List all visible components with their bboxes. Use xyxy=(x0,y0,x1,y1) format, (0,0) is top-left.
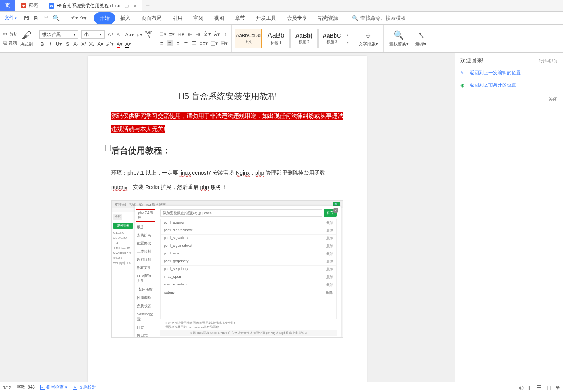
shrink-font-icon[interactable]: A⁻ xyxy=(117,32,123,38)
tab-view[interactable]: 视图 xyxy=(209,12,230,24)
highlight-icon[interactable]: 🖊▾ xyxy=(106,41,114,47)
align-justify-icon[interactable]: ≣ xyxy=(184,40,189,46)
find-replace-button[interactable]: 🔍查找替换▾ xyxy=(387,30,411,47)
text-effect-icon[interactable]: A▾ xyxy=(97,41,103,47)
italic-icon[interactable]: I xyxy=(48,41,53,47)
style-h1[interactable]: AaBb标题 1 xyxy=(263,29,290,48)
cut-button[interactable]: ✂剪切 xyxy=(3,31,18,37)
print-icon[interactable]: 🖶 xyxy=(43,15,49,22)
superscript-icon[interactable]: X² xyxy=(81,41,86,47)
tab-insert[interactable]: 插入 xyxy=(115,12,136,24)
style-normal[interactable]: AaBbCcDd正文 xyxy=(235,29,262,48)
format-painter-button[interactable]: 🖌格式刷 xyxy=(20,30,33,47)
sort-icon[interactable]: ↕ xyxy=(223,31,228,37)
text-direction-icon[interactable]: 文▾ xyxy=(203,31,211,38)
return-last-edit[interactable]: ✎ 返回到上一次编辑的位置 xyxy=(460,70,558,76)
distributed-icon[interactable]: ☰ xyxy=(192,40,197,46)
select-button[interactable]: ↖选择▾ xyxy=(413,30,429,47)
copy-icon: ⧉ xyxy=(3,40,7,46)
scissors-icon: ✂ xyxy=(3,31,8,37)
modal-sidebar: php-7.1管理 服务 安装扩展 配置修改 上传限制 超时限制 配置文件 FP… xyxy=(135,206,156,337)
shot-modal: ✕ php-7.1管理 服务 安装扩展 配置修改 上传限制 超时限制 配置文件 … xyxy=(135,206,341,337)
copy-button[interactable]: ⧉复制 xyxy=(3,40,18,46)
welcome-time: 2分钟以前 xyxy=(538,58,558,64)
align-left-icon[interactable]: ≡ xyxy=(159,40,165,46)
outline-view-icon[interactable]: ☰ xyxy=(536,384,541,390)
align-right-icon[interactable]: ≡ xyxy=(175,40,181,46)
line-spacing-icon[interactable]: ‡≡▾ xyxy=(200,40,208,46)
web-view-icon[interactable]: ⊕ xyxy=(555,384,560,390)
env-paragraph: 环境：php7.1 以上，一定要 linux cenost7 安装宝塔 Ngin… xyxy=(111,166,343,194)
font-name-select[interactable]: 微软雅黑▾ xyxy=(39,30,78,39)
command-search[interactable]: 🔍 xyxy=(352,15,422,21)
subscript-icon[interactable]: X₂ xyxy=(89,41,94,47)
return-last-left[interactable]: ◉ 返回到之前离开的位置 xyxy=(460,82,558,88)
read-view-icon[interactable]: ▯▯ xyxy=(545,384,551,390)
font-color-icon[interactable]: A▾ xyxy=(117,41,123,47)
typeset-button[interactable]: ⟐文字排版▾ xyxy=(356,30,380,47)
multilevel-icon[interactable]: ⊟▾ xyxy=(177,31,184,37)
bullets-icon[interactable]: ☰▾ xyxy=(159,31,166,37)
home-tab[interactable]: 页 xyxy=(0,0,15,11)
eye-mode-icon[interactable]: ◎ xyxy=(519,384,524,390)
clear-format-icon[interactable]: ℯ▾ xyxy=(137,32,142,38)
redo-icon[interactable]: ↷▾ xyxy=(80,15,87,21)
numbering-icon[interactable]: ≡▾ xyxy=(169,31,175,37)
tab-start[interactable]: 开始 xyxy=(94,12,115,24)
page-view-icon[interactable]: ▥ xyxy=(527,384,532,390)
document-canvas[interactable]: ▾ H5 盲盒系统安装使用教程 源码仅供研究学习交流使用，请勿用于非法违法违规用… xyxy=(0,53,455,382)
preview-icon[interactable]: 🔍 xyxy=(53,15,60,22)
file-menu[interactable]: 文件▾ xyxy=(2,13,19,23)
fill-icon[interactable]: ◫▾ xyxy=(211,40,218,46)
tab-dev[interactable]: 开发工具 xyxy=(251,12,282,24)
section-heading: 后台使用教程： xyxy=(111,145,343,156)
align-center-icon[interactable]: ≡ xyxy=(167,40,173,46)
style-h2[interactable]: AaBb(标题 2 xyxy=(290,29,318,48)
add-fn-input xyxy=(160,209,322,217)
proofread-toggle[interactable]: ✕文档校对 xyxy=(73,384,96,390)
word-count[interactable]: 字数: 843 xyxy=(17,384,34,390)
tab-member[interactable]: 会员专享 xyxy=(282,12,312,24)
daoqiao-tab[interactable]: ◆ 稻壳 xyxy=(15,0,43,11)
underline-icon[interactable]: U▾ xyxy=(56,41,62,47)
emphasis-icon[interactable]: A· xyxy=(73,41,78,47)
phonetic-icon[interactable]: wénA xyxy=(145,30,152,39)
decrease-indent-icon[interactable]: ⇤ xyxy=(187,31,192,37)
search-input[interactable] xyxy=(360,15,422,21)
save-as-icon[interactable]: 🗎 xyxy=(33,15,39,22)
tab-layout[interactable]: 页面布局 xyxy=(136,12,167,24)
shading-icon[interactable]: A▾ xyxy=(125,41,132,47)
style-h3[interactable]: AaBbC标题 3 xyxy=(318,29,345,48)
grow-font-icon[interactable]: A⁺ xyxy=(108,32,114,38)
doc-title: H5 盲盒系统安装使用教程 xyxy=(111,91,343,102)
tab-chapter[interactable]: 章节 xyxy=(230,12,251,24)
search-icon: 🔍 xyxy=(352,15,358,21)
tab-ref[interactable]: 引用 xyxy=(167,12,188,24)
strike-icon[interactable]: S xyxy=(65,41,70,47)
page-indicator[interactable]: 1/12 xyxy=(3,385,11,390)
tab-detach-icon[interactable]: ▢ xyxy=(125,3,129,9)
styles-up-icon[interactable]: ▴ xyxy=(347,33,349,37)
align-toggle-icon[interactable]: Å▾ xyxy=(214,31,220,37)
document-tab[interactable]: W H5盲盒系统安装使用教程.docx ▢ ✕ xyxy=(43,0,142,11)
new-tab-button[interactable]: + xyxy=(142,0,154,11)
quick-access: 🖫 🗎 🖶 🔍 xyxy=(20,15,64,22)
save-icon[interactable]: 🖫 xyxy=(24,15,29,22)
border-icon[interactable]: ⊞▾ xyxy=(221,40,228,46)
font-size-select[interactable]: 小二▾ xyxy=(81,30,105,39)
ribbon-tabs: 开始 插入 页面布局 引用 审阅 视图 章节 开发工具 会员专享 稻壳资源 xyxy=(94,12,343,24)
pane-close[interactable]: 关闭 xyxy=(460,96,558,103)
modal-main: 保存 pcntl_strerror删除 pcntl_sigprocmask删除 … xyxy=(156,206,341,337)
tab-review[interactable]: 审阅 xyxy=(188,12,209,24)
change-case-icon[interactable]: Aa▾ xyxy=(125,32,134,38)
page: ▾ H5 盲盒系统安装使用教程 源码仅供研究学习交流使用，请勿用于非法违法违规用… xyxy=(88,56,367,382)
bold-icon[interactable]: B xyxy=(39,41,45,47)
tab-daoqiao-res[interactable]: 稻壳资源 xyxy=(312,12,343,24)
styles-down-icon[interactable]: ▾ xyxy=(347,41,349,45)
undo-icon[interactable]: ↶▾ xyxy=(71,15,78,21)
tab-close-icon[interactable]: ✕ xyxy=(133,3,137,9)
section-marker[interactable]: ▾ xyxy=(105,145,114,151)
spellcheck-toggle[interactable]: ✓拼写检查 ▾ xyxy=(40,384,67,390)
increase-indent-icon[interactable]: ⇥ xyxy=(195,31,201,37)
undo-redo: ↶▾ ↷▾ xyxy=(67,15,91,21)
